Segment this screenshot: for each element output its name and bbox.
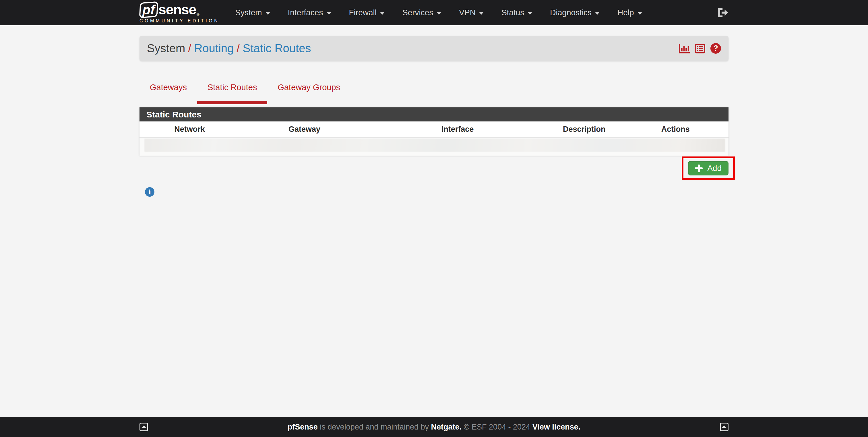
- menu-item-services[interactable]: Services: [394, 8, 450, 17]
- pf-logo-badge: pf: [139, 1, 158, 18]
- menu-item-label: Services: [402, 8, 433, 17]
- footer-netgate-link[interactable]: Netgate.: [431, 423, 462, 431]
- menu-item-label: VPN: [459, 8, 476, 17]
- tab-static-routes[interactable]: Static Routes: [197, 77, 267, 104]
- caret-down-icon: [638, 12, 642, 14]
- menu-item-interfaces[interactable]: Interfaces: [279, 8, 340, 17]
- menu-item-help[interactable]: Help: [609, 8, 651, 17]
- routing-tabs: Gateways Static Routes Gateway Groups: [140, 77, 728, 104]
- table-body: [140, 137, 728, 156]
- breadcrumb: System/Routing/Static Routes: [140, 36, 728, 61]
- edition-label: COMMUNITY EDITION: [140, 19, 219, 24]
- panel-title: Static Routes: [140, 107, 728, 121]
- menu-item-label: Status: [501, 8, 524, 17]
- table-row: [144, 139, 725, 152]
- plus-icon: [695, 164, 703, 172]
- footer-copyright: © ESF 2004 - 2024: [462, 423, 532, 431]
- caret-down-icon: [380, 12, 384, 14]
- list-icon[interactable]: [695, 44, 705, 54]
- menu-item-firewall[interactable]: Firewall: [340, 8, 394, 17]
- footer-developed-by: is developed and maintained by: [318, 423, 431, 431]
- table-header-row: Network Gateway Interface Description Ac…: [140, 121, 728, 137]
- page-title: System/Routing/Static Routes: [147, 42, 311, 55]
- tab-gateway-groups[interactable]: Gateway Groups: [267, 77, 350, 104]
- column-header-network: Network: [140, 125, 240, 134]
- caret-down-icon: [437, 12, 441, 14]
- breadcrumb-link-static-routes[interactable]: Static Routes: [243, 42, 311, 55]
- sign-out-icon[interactable]: [717, 7, 728, 18]
- column-header-actions: Actions: [623, 125, 728, 134]
- menu-item-label: Interfaces: [288, 8, 323, 17]
- menu-item-label: System: [235, 8, 262, 17]
- menu-item-label: Diagnostics: [550, 8, 592, 17]
- caret-down-icon: [327, 12, 331, 14]
- sense-logo-text: sense: [158, 3, 196, 17]
- add-button[interactable]: Add: [688, 161, 728, 176]
- registered-mark: ®: [197, 12, 199, 17]
- breadcrumb-separator: /: [185, 42, 194, 55]
- caret-down-icon: [528, 12, 532, 14]
- add-button-row: Add: [140, 156, 728, 180]
- column-header-description: Description: [546, 125, 623, 134]
- main-menu: System Interfaces Firewall Services VPN …: [226, 8, 651, 17]
- footer-view-license-link[interactable]: View license.: [532, 423, 581, 431]
- bar-chart-icon[interactable]: [679, 44, 690, 54]
- top-navbar: pf sense ® COMMUNITY EDITION System Inte…: [0, 0, 868, 25]
- tab-gateways[interactable]: Gateways: [140, 77, 197, 104]
- menu-item-system[interactable]: System: [226, 8, 279, 17]
- info-glyph: i: [148, 189, 151, 195]
- pfsense-logo[interactable]: pf sense ® COMMUNITY EDITION: [140, 2, 219, 24]
- static-routes-panel: Static Routes Network Gateway Interface …: [140, 107, 728, 156]
- footer: pfSense is developed and maintained by N…: [0, 417, 868, 437]
- column-header-gateway: Gateway: [240, 125, 369, 134]
- footer-text: pfSense is developed and maintained by N…: [148, 423, 720, 432]
- caret-down-icon: [595, 12, 600, 14]
- question-circle-icon[interactable]: ?: [710, 43, 721, 54]
- footer-pfsense: pfSense: [288, 423, 318, 431]
- annotation-highlight: Add: [682, 156, 735, 180]
- caret-down-icon: [266, 12, 270, 14]
- info-circle-icon[interactable]: i: [145, 187, 154, 197]
- caret-square-up-icon[interactable]: [720, 423, 728, 431]
- column-header-interface: Interface: [369, 125, 546, 134]
- menu-item-status[interactable]: Status: [493, 8, 541, 17]
- menu-item-vpn[interactable]: VPN: [450, 8, 493, 17]
- caret-down-icon: [479, 12, 484, 14]
- pf-logo-text: pf: [143, 3, 155, 17]
- menu-item-label: Help: [617, 8, 634, 17]
- menu-item-label: Firewall: [349, 8, 377, 17]
- breadcrumb-section: System: [147, 42, 185, 55]
- add-button-label: Add: [707, 164, 722, 173]
- menu-item-diagnostics[interactable]: Diagnostics: [541, 8, 609, 17]
- main-content: System/Routing/Static Routes: [140, 36, 728, 197]
- breadcrumb-separator: /: [234, 42, 243, 55]
- breadcrumb-link-routing[interactable]: Routing: [194, 42, 234, 55]
- caret-square-up-icon[interactable]: [140, 423, 148, 431]
